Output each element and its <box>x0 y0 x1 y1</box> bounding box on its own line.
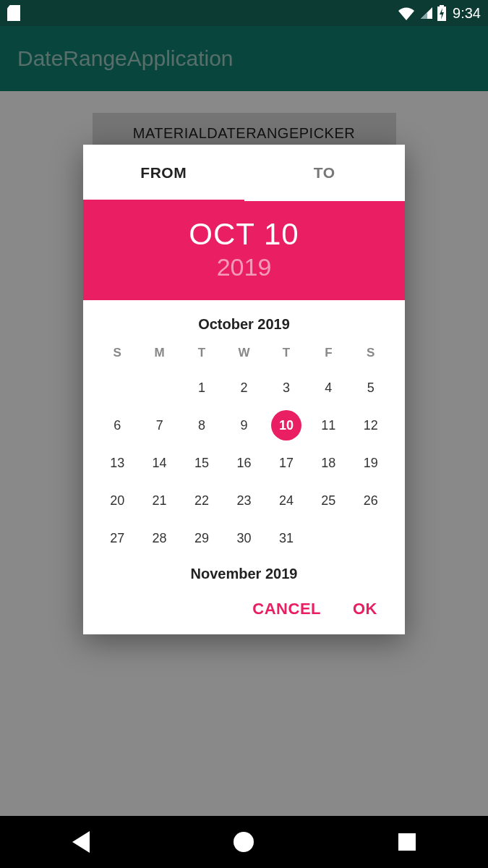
day-cell[interactable]: 24 <box>265 482 307 519</box>
day-cell[interactable]: 25 <box>307 482 349 519</box>
ok-button[interactable]: OK <box>353 600 377 618</box>
day-cell[interactable]: 4 <box>307 369 349 407</box>
cellular-signal-icon <box>419 6 434 20</box>
nav-recent-icon[interactable] <box>398 833 416 851</box>
dialog-actions: CANCEL OK <box>83 587 405 634</box>
day-cell[interactable]: 23 <box>223 482 265 519</box>
day-cell[interactable]: 18 <box>307 444 349 482</box>
svg-rect-1 <box>440 5 444 7</box>
calendar: October 2019 S M T W T F S 1234567891011… <box>83 300 405 587</box>
day-cell[interactable]: 11 <box>307 407 349 444</box>
selected-year[interactable]: 2019 <box>83 253 405 281</box>
clock: 9:34 <box>453 5 481 22</box>
selected-month-day[interactable]: OCT 10 <box>83 217 405 252</box>
dow-cell: M <box>138 340 180 369</box>
day-cell[interactable]: 31 <box>265 519 307 557</box>
day-cell[interactable]: 26 <box>350 482 392 519</box>
cancel-button[interactable]: CANCEL <box>252 600 321 618</box>
day-cell <box>138 369 180 407</box>
week-row: 20212223242526 <box>96 482 392 519</box>
dialog-tabs: FROM TO <box>83 145 405 201</box>
day-cell <box>350 519 392 557</box>
nav-home-icon[interactable] <box>234 832 254 852</box>
month-title: October 2019 <box>96 306 392 340</box>
status-right: 9:34 <box>398 5 481 22</box>
day-cell[interactable]: 20 <box>96 482 138 519</box>
day-cell[interactable]: 22 <box>181 482 223 519</box>
day-cell[interactable]: 8 <box>181 407 223 444</box>
day-cell[interactable]: 7 <box>138 407 180 444</box>
day-cell[interactable]: 12 <box>350 407 392 444</box>
day-cell[interactable]: 14 <box>138 444 180 482</box>
day-cell[interactable]: 6 <box>96 407 138 444</box>
day-cell[interactable]: 16 <box>223 444 265 482</box>
navigation-bar <box>0 816 488 868</box>
day-cell <box>96 369 138 407</box>
dow-cell: S <box>96 340 138 369</box>
tab-to[interactable]: TO <box>244 145 406 201</box>
wifi-icon <box>398 6 415 20</box>
day-cell <box>307 519 349 557</box>
day-cell[interactable]: 27 <box>96 519 138 557</box>
day-cell[interactable]: 3 <box>265 369 307 407</box>
dow-cell: T <box>265 340 307 369</box>
week-row: 12345 <box>96 369 392 407</box>
day-cell[interactable]: 15 <box>181 444 223 482</box>
day-cell[interactable]: 10 <box>265 407 307 444</box>
selected-date-header: OCT 10 2019 <box>83 201 405 300</box>
week-row: 13141516171819 <box>96 444 392 482</box>
week-row: 6789101112 <box>96 407 392 444</box>
dow-row: S M T W T F S <box>96 340 392 369</box>
day-cell[interactable]: 1 <box>181 369 223 407</box>
day-cell[interactable]: 5 <box>350 369 392 407</box>
date-range-dialog: FROM TO OCT 10 2019 October 2019 S M T W… <box>83 145 405 634</box>
next-month-title: November 2019 <box>96 557 392 587</box>
sd-card-icon <box>7 5 20 21</box>
day-cell[interactable]: 17 <box>265 444 307 482</box>
status-bar: 9:34 <box>0 0 488 26</box>
status-left <box>7 5 20 21</box>
week-row: 2728293031 <box>96 519 392 557</box>
battery-charging-icon <box>437 5 447 21</box>
dow-cell: S <box>350 340 392 369</box>
tab-from[interactable]: FROM <box>83 145 244 201</box>
nav-back-icon[interactable] <box>72 831 90 853</box>
day-cell[interactable]: 13 <box>96 444 138 482</box>
day-cell[interactable]: 28 <box>138 519 180 557</box>
day-cell[interactable]: 30 <box>223 519 265 557</box>
dow-cell: T <box>181 340 223 369</box>
day-cell[interactable]: 19 <box>350 444 392 482</box>
day-cell[interactable]: 21 <box>138 482 180 519</box>
day-cell[interactable]: 2 <box>223 369 265 407</box>
day-cell[interactable]: 29 <box>181 519 223 557</box>
weeks-grid: 1234567891011121314151617181920212223242… <box>96 369 392 557</box>
day-cell[interactable]: 9 <box>223 407 265 444</box>
dow-cell: F <box>307 340 349 369</box>
dow-cell: W <box>223 340 265 369</box>
